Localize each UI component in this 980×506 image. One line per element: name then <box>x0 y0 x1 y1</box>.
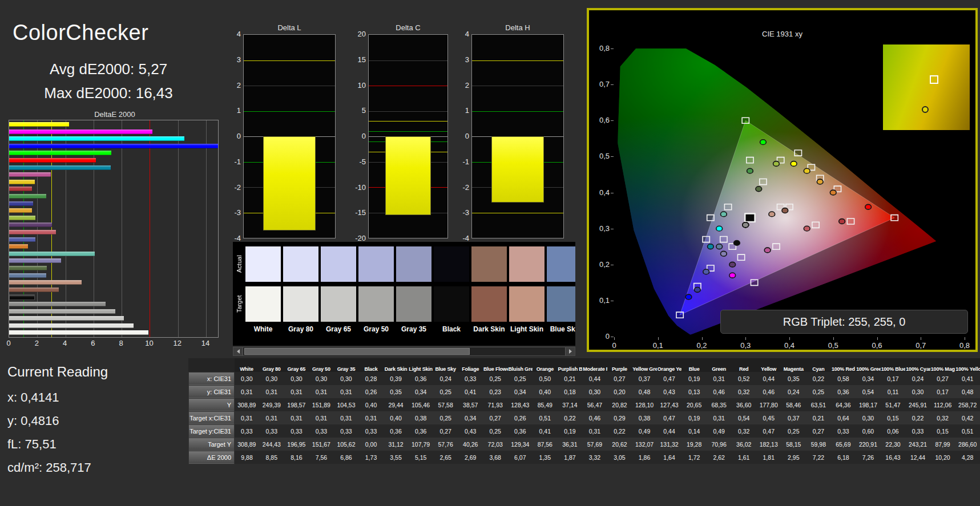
cie-measured-marker <box>685 294 692 299</box>
deltae-bar <box>9 208 32 213</box>
row-label: Target y:CIE31 <box>189 424 235 438</box>
cie-measured-marker <box>791 161 797 167</box>
cie-y-tick-label: 0,4 <box>599 188 610 197</box>
cie-y-tick-label: 0,1 <box>599 296 610 305</box>
deltae-x-tick: 14 <box>201 339 209 347</box>
table-cell: 0,35 <box>781 372 806 385</box>
table-cell: 3,05 <box>607 451 632 464</box>
cie-measured-marker <box>743 222 749 228</box>
table-cell: 0,37 <box>632 372 657 385</box>
table-cell: 59,98 <box>806 438 831 451</box>
delta-l-y-axis: 43210-1-2-3-4 <box>227 34 243 238</box>
table-cell: 57,69 <box>582 438 607 451</box>
cie-measured-marker <box>804 226 810 231</box>
table-cell: 0,36 <box>831 385 856 398</box>
cie-y-tick-label: 0,2 <box>599 260 610 269</box>
table-cell: 31,12 <box>384 438 409 451</box>
table-cell: 0,36 <box>408 424 433 438</box>
cie-y-tick-label: 0,5 <box>599 152 610 160</box>
deltae-bar <box>9 180 35 184</box>
scroll-right-button[interactable] <box>565 347 575 355</box>
column-header: Foliage <box>458 358 483 372</box>
table-cell: 0,26 <box>508 411 533 424</box>
table-cell: 0,34 <box>408 385 433 398</box>
table-cell: 0,22 <box>905 411 930 424</box>
deltae2000-x-axis: 02468101214 <box>9 339 217 349</box>
table-cell: 0,33 <box>235 424 260 438</box>
cie-measured-marker <box>694 288 700 293</box>
table-cell: 4,28 <box>955 451 980 464</box>
table-row: Target y:CIE310,330,330,330,330,330,330,… <box>189 424 980 438</box>
table-cell: 0,25 <box>781 424 806 438</box>
table-cell: 7,56 <box>309 451 334 464</box>
table-cell: 0,29 <box>607 411 632 424</box>
swatch-actual-patch <box>358 246 394 282</box>
table-cell: 3,32 <box>582 451 607 464</box>
delta-c-plot <box>368 34 448 238</box>
table-cell: 0,41 <box>458 385 483 398</box>
table-cell: 0,25 <box>483 372 508 385</box>
deltae-bar <box>9 258 61 263</box>
cie-y-axis: 0,80,70,60,50,40,30,20,10 <box>590 48 611 337</box>
table-cell: 1,81 <box>756 451 781 464</box>
deltae-bar <box>9 187 32 191</box>
swatch-target-patch <box>471 286 507 322</box>
table-cell: 38,57 <box>458 398 483 411</box>
table-cell: 0,27 <box>433 424 458 438</box>
table-row: ΔE 20009,888,858,167,566,861,733,555,152… <box>189 451 980 464</box>
table-cell: 0,32 <box>731 424 756 438</box>
deltae-bar <box>9 129 152 134</box>
table-cell: 8,85 <box>259 451 284 464</box>
table-cell: 0,33 <box>284 424 309 438</box>
table-cell: 0,47 <box>657 411 682 424</box>
table-cell: 6,18 <box>831 451 856 464</box>
table-cell: 20,62 <box>607 438 632 451</box>
cie-y-tick-label: 0,3 <box>599 224 610 233</box>
swatch-actual-patch <box>434 246 469 282</box>
measurement-table-panel: WhiteGray 80Gray 65Gray 50Gray 35BlackDa… <box>188 358 980 464</box>
swatch-target-patch <box>547 286 575 322</box>
table-cell: 0,15 <box>881 411 906 424</box>
table-cell: 22,30 <box>881 438 906 451</box>
swatch-patch-label: Black <box>434 325 469 333</box>
table-cell: 57,58 <box>433 398 458 411</box>
column-header: Gray 35 <box>334 358 359 372</box>
deltae-bar <box>9 144 218 148</box>
deltae-bar <box>9 244 28 249</box>
table-cell: 0,43 <box>657 385 682 398</box>
table-cell: 0,36 <box>384 424 409 438</box>
table-cell: 0,25 <box>433 385 458 398</box>
table-cell: 0,30 <box>905 385 930 398</box>
table-cell: 9,88 <box>235 451 260 464</box>
table-cell: 0,33 <box>358 424 384 438</box>
cie-y-tick-label: 0,8 <box>599 44 610 52</box>
rgb-triplet-badge: RGB Triplet: 255, 255, 0 <box>720 310 968 334</box>
delta-l-title: Delta L <box>227 23 336 33</box>
delta-c-y-axis: 20151050-5-10-15-20 <box>352 34 368 238</box>
table-corner <box>189 358 235 372</box>
table-cell: 0,19 <box>558 424 583 438</box>
table-cell: 0,47 <box>657 372 682 385</box>
table-row: x: CIE310,300,300,300,300,300,280,390,36… <box>189 372 980 385</box>
scrollbar-thumb[interactable] <box>244 348 470 355</box>
deltae-bar <box>9 316 124 321</box>
scrollbar-track[interactable] <box>243 347 565 355</box>
table-cell: 37,14 <box>558 398 583 411</box>
table-cell: 0,33 <box>309 424 334 438</box>
delta-h-y-axis: 43210-1-2-3-4 <box>455 34 471 238</box>
table-cell: 0,43 <box>458 424 483 438</box>
table-cell: 129,34 <box>508 438 533 451</box>
swatch-scrollbar[interactable] <box>233 347 575 356</box>
table-cell: 0,31 <box>259 411 284 424</box>
scroll-left-button[interactable] <box>233 347 243 355</box>
table-header-row: WhiteGray 80Gray 65Gray 50Gray 35BlackDa… <box>189 358 980 372</box>
table-cell: 0,31 <box>284 385 309 398</box>
table-row: Target x:CIE310,310,310,310,310,310,310,… <box>189 411 980 424</box>
deltae-bar <box>9 323 134 328</box>
deltae-x-tick: 8 <box>119 339 123 347</box>
cie-measured-marker <box>760 140 767 145</box>
swatch-patch-label: Gray 65 <box>321 325 356 333</box>
table-cell: 0,38 <box>632 411 657 424</box>
table-cell: 245,91 <box>905 398 930 411</box>
table-cell: 0,34 <box>458 411 483 424</box>
